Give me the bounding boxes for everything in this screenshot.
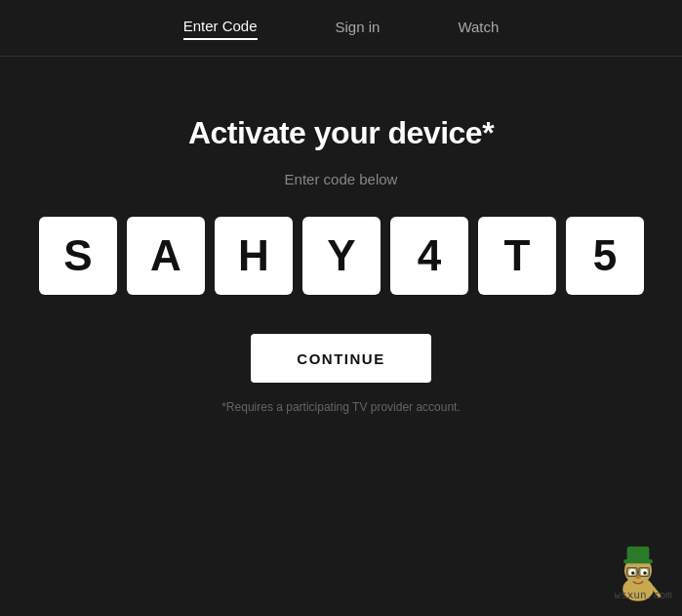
disclaimer-text: *Requires a participating TV provider ac… [221, 400, 461, 414]
svg-point-6 [631, 571, 635, 575]
code-box-2[interactable]: A [127, 217, 205, 295]
code-input-area: S A H Y 4 T 5 [39, 217, 644, 295]
code-box-3[interactable]: H [215, 217, 293, 295]
watermark-text: wsxun.com [614, 589, 672, 601]
nav-enter-code[interactable]: Enter Code [183, 18, 258, 40]
code-box-4[interactable]: Y [302, 217, 381, 295]
page-title: Activate your device* [188, 115, 494, 151]
main-content: Activate your device* Enter code below S… [0, 57, 682, 414]
nav-sign-in[interactable]: Sign in [336, 19, 381, 39]
watermark-area: wsxun.com [604, 538, 672, 606]
svg-point-11 [635, 576, 640, 580]
svg-rect-3 [627, 547, 650, 562]
nav-watch[interactable]: Watch [458, 19, 499, 39]
code-subtitle: Enter code below [285, 171, 398, 187]
navigation: Enter Code Sign in Watch [0, 0, 682, 57]
continue-button[interactable]: CONTINUE [251, 334, 431, 383]
svg-point-7 [643, 571, 647, 575]
code-box-5[interactable]: 4 [390, 217, 468, 295]
code-box-1[interactable]: S [39, 217, 117, 295]
code-box-6[interactable]: T [478, 217, 556, 295]
code-box-7[interactable]: 5 [566, 217, 644, 295]
